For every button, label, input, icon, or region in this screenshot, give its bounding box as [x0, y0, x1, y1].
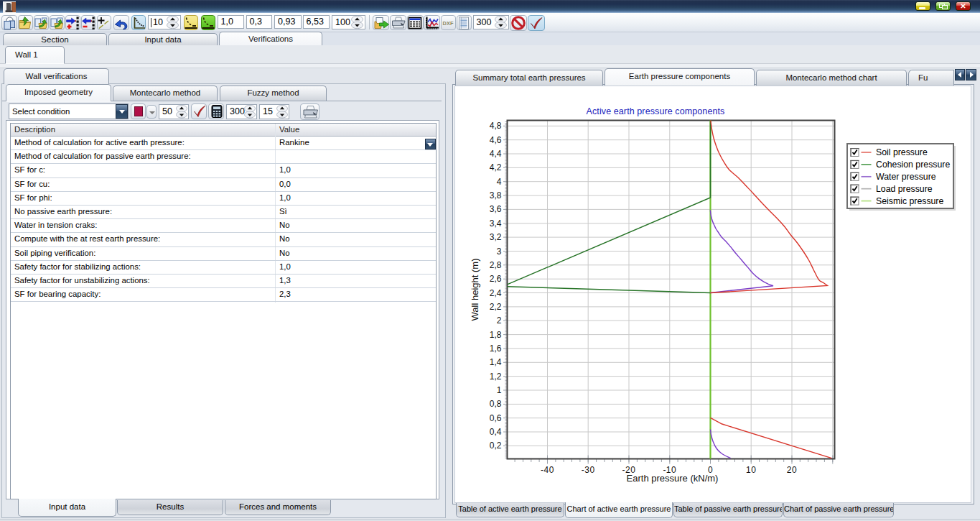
svg-text:DXF: DXF [443, 20, 454, 27]
